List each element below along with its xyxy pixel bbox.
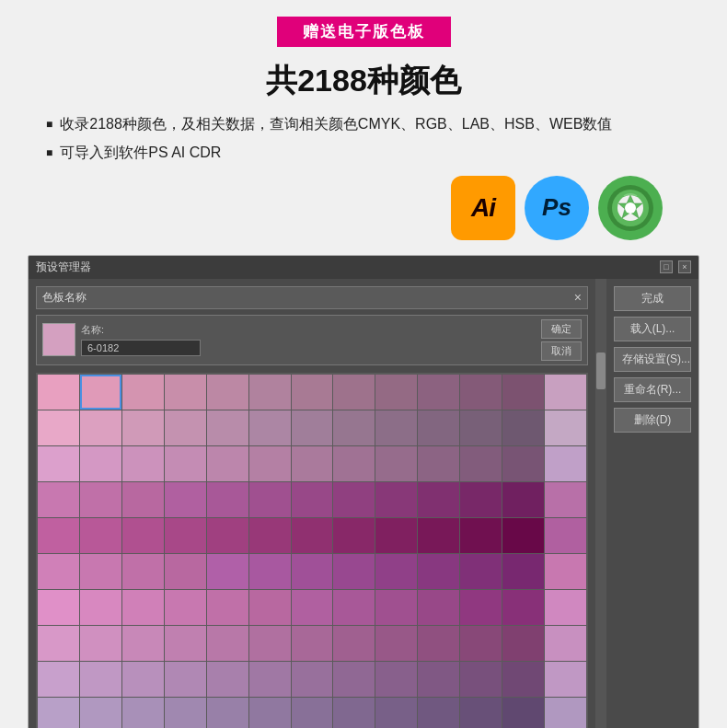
minimize-button[interactable]: □ — [660, 260, 673, 273]
color-cell[interactable] — [292, 554, 333, 589]
color-cell[interactable] — [122, 482, 164, 517]
color-cell[interactable] — [375, 482, 417, 517]
color-cell[interactable] — [165, 626, 206, 661]
color-cell[interactable] — [80, 590, 121, 625]
color-cell[interactable] — [165, 446, 206, 481]
color-cell[interactable] — [249, 662, 291, 697]
color-cell[interactable] — [333, 626, 375, 661]
color-cell[interactable] — [207, 662, 248, 697]
color-cell[interactable] — [38, 518, 79, 553]
color-cell[interactable] — [333, 662, 375, 697]
delete-button[interactable]: 删除(D) — [614, 408, 691, 433]
color-cell[interactable] — [502, 518, 544, 553]
color-cell[interactable] — [333, 554, 375, 589]
color-cell[interactable] — [207, 626, 248, 661]
color-cell[interactable] — [249, 446, 291, 481]
color-cell[interactable] — [460, 375, 502, 410]
color-cell[interactable] — [502, 554, 544, 589]
color-cell[interactable] — [418, 410, 459, 445]
color-cell[interactable] — [249, 698, 291, 728]
color-cell[interactable] — [460, 518, 502, 553]
color-cell[interactable] — [545, 375, 586, 410]
color-cell[interactable] — [38, 698, 79, 728]
color-cell[interactable] — [545, 410, 586, 445]
color-cell[interactable] — [418, 662, 459, 697]
color-cell[interactable] — [122, 662, 164, 697]
color-cell[interactable] — [80, 698, 121, 728]
color-cell[interactable] — [122, 698, 164, 728]
color-cell[interactable] — [165, 410, 206, 445]
color-cell[interactable] — [502, 626, 544, 661]
color-cell[interactable] — [375, 698, 417, 728]
color-cell[interactable] — [375, 554, 417, 589]
color-cell[interactable] — [333, 446, 375, 481]
color-cell[interactable] — [545, 662, 586, 697]
color-cell[interactable] — [122, 410, 164, 445]
color-cell[interactable] — [38, 446, 79, 481]
color-cell[interactable] — [207, 446, 248, 481]
color-cell[interactable] — [122, 518, 164, 553]
color-cell[interactable] — [418, 626, 459, 661]
color-cell[interactable] — [375, 590, 417, 625]
color-cell[interactable] — [249, 410, 291, 445]
color-cell[interactable] — [165, 482, 206, 517]
color-cell[interactable] — [80, 482, 121, 517]
color-cell[interactable] — [502, 446, 544, 481]
color-cell[interactable] — [375, 410, 417, 445]
color-cell[interactable] — [122, 446, 164, 481]
color-cell[interactable] — [38, 375, 79, 410]
color-cell[interactable] — [502, 375, 544, 410]
color-cell[interactable] — [460, 482, 502, 517]
color-cell[interactable] — [292, 482, 333, 517]
color-cell[interactable] — [292, 446, 333, 481]
color-cell[interactable] — [545, 446, 586, 481]
load-button[interactable]: 载入(L)... — [614, 317, 691, 341]
color-cell[interactable] — [207, 554, 248, 589]
color-cell[interactable] — [38, 410, 79, 445]
color-cell[interactable] — [249, 626, 291, 661]
color-cell[interactable] — [460, 446, 502, 481]
color-cell[interactable] — [375, 375, 417, 410]
confirm-button[interactable]: 确定 — [541, 319, 582, 339]
color-cell[interactable] — [460, 554, 502, 589]
color-cell[interactable] — [249, 590, 291, 625]
color-cell[interactable] — [418, 698, 459, 728]
swatch-name-input[interactable] — [81, 340, 201, 356]
close-button[interactable]: × — [678, 260, 691, 273]
color-cell[interactable] — [333, 698, 375, 728]
color-cell[interactable] — [418, 375, 459, 410]
color-cell[interactable] — [122, 590, 164, 625]
color-cell[interactable] — [418, 482, 459, 517]
color-cell[interactable] — [207, 375, 248, 410]
color-cell[interactable] — [80, 626, 121, 661]
color-cell[interactable] — [460, 662, 502, 697]
color-cell[interactable] — [333, 518, 375, 553]
vertical-scrollbar[interactable] — [595, 279, 606, 728]
color-cell[interactable] — [333, 590, 375, 625]
color-cell[interactable] — [165, 662, 206, 697]
color-cell[interactable] — [249, 482, 291, 517]
color-cell[interactable] — [333, 410, 375, 445]
color-cell[interactable] — [502, 410, 544, 445]
color-cell[interactable] — [460, 590, 502, 625]
color-cell[interactable] — [375, 662, 417, 697]
color-cell[interactable] — [207, 482, 248, 517]
save-button[interactable]: 存储设置(S)... — [614, 347, 691, 372]
color-cell[interactable] — [165, 375, 206, 410]
color-cell[interactable] — [375, 446, 417, 481]
color-cell[interactable] — [545, 590, 586, 625]
color-cell[interactable] — [207, 698, 248, 728]
color-cell[interactable] — [418, 554, 459, 589]
color-cell[interactable] — [333, 375, 375, 410]
color-cell[interactable] — [292, 662, 333, 697]
color-cell[interactable] — [249, 375, 291, 410]
color-cell[interactable] — [80, 446, 121, 481]
color-cell[interactable] — [460, 626, 502, 661]
color-cell[interactable] — [460, 410, 502, 445]
rename-button[interactable]: 重命名(R)... — [614, 377, 691, 402]
color-cell[interactable] — [80, 375, 121, 410]
swatch-panel-close-icon[interactable]: × — [574, 290, 582, 305]
color-cell[interactable] — [165, 518, 206, 553]
color-cell[interactable] — [165, 698, 206, 728]
color-cell[interactable] — [122, 375, 164, 410]
